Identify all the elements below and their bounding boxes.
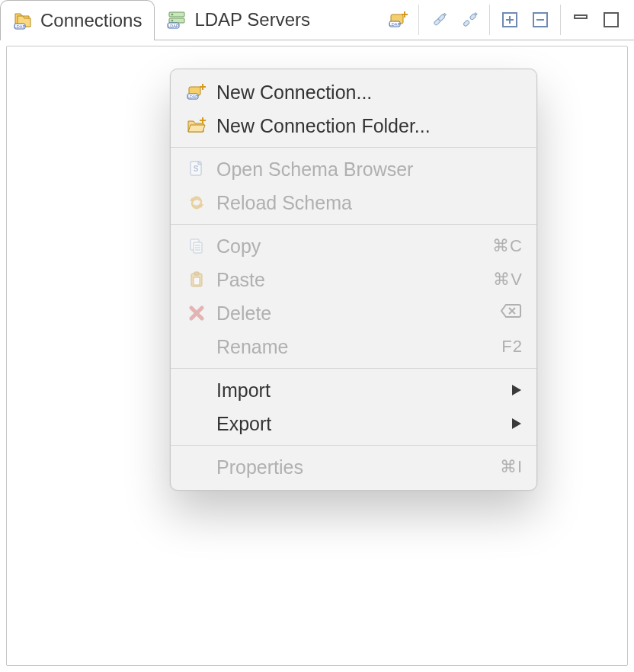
menu-item-shortcut: F2 — [501, 337, 523, 357]
svg-text:LDAP: LDAP — [187, 94, 198, 99]
menu-item-reload-schema: Reload Schema — [171, 186, 536, 219]
toolbar-separator — [489, 5, 490, 35]
menu-item-new-connection[interactable]: LDAP New Connection... — [171, 75, 536, 109]
menu-item-open-schema-browser: S Open Schema Browser — [171, 152, 536, 186]
svg-point-4 — [171, 14, 174, 16]
menu-item-properties: Properties ⌘I — [171, 450, 536, 484]
menu-item-delete: Delete — [171, 296, 536, 330]
menu-separator — [171, 445, 536, 446]
svg-rect-18 — [469, 14, 476, 21]
menu-item-label: Export — [216, 413, 511, 435]
submenu-arrow-icon — [511, 417, 523, 430]
menu-item-label: Properties — [216, 456, 500, 478]
menu-item-export[interactable]: Export — [171, 407, 536, 440]
minimize-view-button[interactable] — [567, 6, 594, 34]
delete-icon — [184, 302, 209, 324]
view-toolbar: LDAP — [383, 0, 634, 40]
copy-icon — [184, 235, 209, 257]
svg-text:S: S — [194, 165, 199, 173]
schema-browser-icon: S — [184, 158, 209, 180]
svg-line-15 — [443, 13, 445, 14]
svg-marker-47 — [512, 385, 521, 395]
menu-separator — [171, 224, 536, 225]
menu-item-label: Rename — [216, 336, 501, 358]
menu-item-label: New Connection Folder... — [216, 115, 523, 137]
menu-separator — [171, 368, 536, 369]
menu-item-shortcut: ⌘C — [492, 236, 523, 256]
menu-item-rename: Rename F2 — [171, 330, 536, 363]
backspace-key-icon — [500, 302, 523, 319]
menu-item-label: Copy — [216, 235, 492, 258]
svg-rect-45 — [194, 272, 199, 275]
maximize-view-button[interactable] — [597, 6, 625, 34]
svg-line-20 — [476, 14, 477, 15]
menu-item-label: Paste — [216, 269, 493, 291]
svg-line-16 — [444, 14, 446, 16]
svg-rect-27 — [604, 13, 618, 27]
svg-text:LDAP: LDAP — [14, 24, 26, 29]
svg-line-19 — [475, 12, 476, 14]
menu-item-new-connection-folder[interactable]: New Connection Folder... — [171, 109, 536, 142]
menu-item-label: Delete — [216, 302, 500, 325]
menu-item-shortcut: ⌘V — [493, 270, 523, 290]
svg-rect-17 — [463, 20, 470, 27]
tab-ldap-servers-label: LDAP Servers — [194, 9, 310, 30]
expand-all-button[interactable] — [496, 6, 524, 34]
toolbar-separator — [418, 5, 419, 35]
connect-button[interactable] — [425, 6, 453, 34]
tab-strip: LDAP Connections LDAP LDAP Servers LDAP — [0, 0, 634, 40]
submenu-arrow-icon — [511, 383, 523, 397]
svg-point-5 — [171, 20, 174, 22]
menu-separator — [171, 147, 536, 148]
svg-text:LDAP: LDAP — [168, 24, 180, 28]
tab-ldap-servers[interactable]: LDAP LDAP Servers — [155, 0, 322, 40]
toolbar-separator — [560, 5, 561, 35]
menu-item-label: New Connection... — [216, 82, 523, 104]
menu-item-shortcut: ⌘I — [500, 457, 523, 477]
disconnect-button[interactable] — [456, 6, 483, 34]
ldap-new-connection-icon: LDAP — [184, 82, 209, 103]
svg-rect-26 — [575, 15, 587, 18]
svg-rect-14 — [438, 14, 446, 21]
menu-item-label: Reload Schema — [216, 192, 523, 214]
svg-rect-46 — [194, 277, 200, 285]
menu-item-copy: Copy ⌘C — [171, 229, 536, 263]
ldap-servers-icon: LDAP — [167, 10, 188, 30]
menu-item-label: Open Schema Browser — [216, 158, 523, 181]
tab-connections[interactable]: LDAP Connections — [0, 0, 155, 40]
tab-connections-label: Connections — [40, 10, 142, 31]
svg-marker-48 — [512, 418, 521, 429]
paste-icon — [184, 269, 209, 290]
menu-item-shortcut — [500, 302, 523, 324]
menu-item-import[interactable]: Import — [171, 373, 536, 407]
connections-icon: LDAP — [13, 11, 34, 30]
reload-icon — [184, 192, 209, 213]
menu-item-paste: Paste ⌘V — [171, 263, 536, 296]
connections-context-menu: LDAP New Connection... New Connection Fo… — [170, 69, 537, 491]
new-ldap-connection-button[interactable]: LDAP — [385, 6, 412, 34]
new-folder-icon — [184, 115, 209, 136]
svg-text:LDAP: LDAP — [389, 22, 401, 27]
menu-item-label: Import — [216, 379, 511, 402]
collapse-all-button[interactable] — [527, 6, 554, 34]
